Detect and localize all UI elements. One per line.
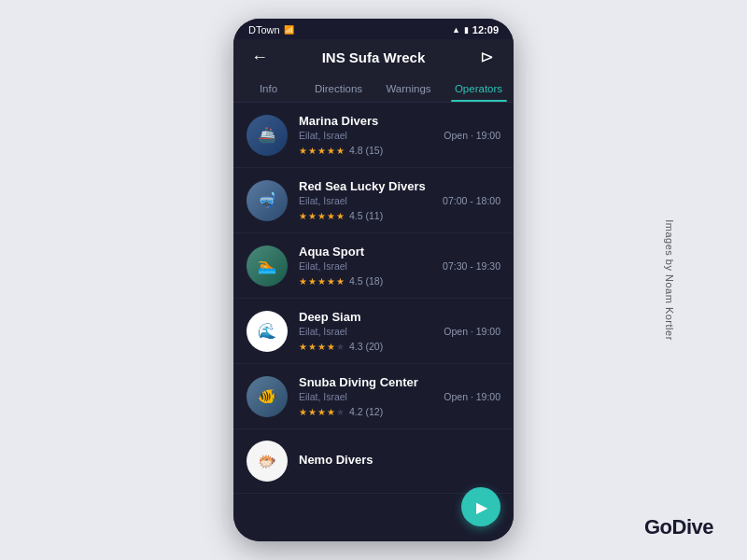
side-attribution: Images by Noam Kortler [664, 219, 675, 341]
operator-avatar: 🤿 [247, 180, 288, 221]
star-filled: ★ [308, 407, 317, 417]
operator-rating: ★★★★★ 4.5 (11) [299, 210, 431, 221]
operator-name: Aqua Sport [299, 245, 431, 259]
operator-avatar: 🐠 [247, 376, 288, 417]
operator-hours: 07:00 - 18:00 [443, 195, 500, 206]
operator-rating: ★★★★★ 4.3 (20) [299, 341, 432, 352]
star-filled: ★ [317, 211, 326, 221]
star-filled: ★ [327, 146, 335, 156]
star-empty: ★ [336, 342, 345, 352]
stars-group: ★★★★★ [299, 407, 345, 417]
operator-location: Eilat, Israel [299, 260, 431, 272]
star-filled: ★ [308, 342, 317, 352]
star-half: ★ [336, 276, 345, 287]
star-filled: ★ [327, 342, 335, 352]
list-item[interactable]: 🐠 Snuba Diving Center Eilat, Israel ★★★★… [233, 364, 514, 429]
star-filled: ★ [317, 276, 326, 287]
star-filled: ★ [308, 276, 317, 287]
operator-location: Eilat, Israel [299, 391, 432, 402]
rating-value: 4.5 (18) [349, 275, 383, 287]
rating-value: 4.8 (15) [349, 145, 383, 156]
battery-icon: ▮ [464, 25, 469, 35]
star-filled: ★ [299, 276, 307, 287]
list-item[interactable]: 🌊 Deep Siam Eilat, Israel ★★★★★ 4.3 (20)… [233, 299, 514, 364]
operator-info: Deep Siam Eilat, Israel ★★★★★ 4.3 (20) [299, 310, 432, 352]
list-item[interactable]: 🚢 Marina Divers Eilat, Israel ★★★★★ 4.8 … [233, 103, 514, 168]
operator-name: Deep Siam [299, 310, 432, 324]
time-display: 12:09 [472, 24, 499, 35]
tab-directions[interactable]: Directions [303, 75, 374, 102]
tab-warnings-label: Warnings [386, 83, 430, 94]
tab-bar: Info Directions Warnings Operators [233, 75, 514, 103]
operator-location: Eilat, Israel [299, 326, 432, 337]
godive-logo: GoDive [644, 515, 713, 539]
star-half: ★ [336, 146, 345, 156]
list-item[interactable]: 🐡 Nemo Divers [233, 429, 514, 494]
phone-frame: DTown 📶 ▲ ▮ 12:09 ← INS Sufa Wreck ⊳ Inf… [233, 19, 514, 541]
tab-operators-label: Operators [455, 83, 502, 94]
operator-avatar: 🚢 [247, 115, 288, 156]
signal-icon: ▲ [452, 25, 460, 35]
play-fab[interactable]: ▶ [461, 487, 500, 526]
star-filled: ★ [299, 407, 307, 417]
operator-name: Marina Divers [299, 114, 432, 128]
share-button[interactable]: ⊳ [474, 47, 500, 67]
operator-rating: ★★★★★ 4.2 (12) [299, 406, 432, 417]
star-filled: ★ [327, 407, 335, 417]
operator-hours: 07:30 - 19:30 [443, 260, 500, 272]
tab-directions-label: Directions [315, 83, 362, 94]
carrier-text: DTown [248, 24, 280, 35]
status-bar: DTown 📶 ▲ ▮ 12:09 [233, 19, 514, 39]
operator-rating: ★★★★★ 4.5 (18) [299, 275, 431, 287]
star-filled: ★ [317, 342, 326, 352]
operator-hours: Open · 19:00 [444, 130, 500, 141]
operator-name: Snuba Diving Center [299, 375, 432, 389]
list-item[interactable]: 🤿 Red Sea Lucky Divers Eilat, Israel ★★★… [233, 168, 514, 233]
back-button[interactable]: ← [247, 48, 273, 67]
star-empty: ★ [336, 407, 345, 417]
star-half: ★ [336, 211, 345, 221]
tab-info-label: Info [260, 83, 277, 94]
operator-name: Red Sea Lucky Divers [299, 179, 431, 193]
tab-warnings[interactable]: Warnings [374, 75, 444, 102]
star-filled: ★ [317, 146, 326, 156]
operator-info: Nemo Divers [299, 453, 500, 470]
star-filled: ★ [308, 211, 317, 221]
operator-hours: Open · 19:00 [444, 326, 500, 337]
stars-group: ★★★★★ [299, 146, 345, 156]
tab-operators[interactable]: Operators [444, 75, 514, 102]
star-filled: ★ [299, 146, 307, 156]
status-right: ▲ ▮ 12:09 [452, 24, 499, 35]
operator-rating: ★★★★★ 4.8 (15) [299, 145, 432, 156]
page-title: INS Sufa Wreck [322, 49, 426, 65]
rating-value: 4.3 (20) [349, 341, 383, 352]
stars-group: ★★★★★ [299, 276, 345, 287]
top-bar: ← INS Sufa Wreck ⊳ [233, 39, 514, 75]
operator-location: Eilat, Israel [299, 130, 432, 141]
star-filled: ★ [308, 146, 317, 156]
operator-name: Nemo Divers [299, 453, 500, 467]
star-filled: ★ [299, 342, 307, 352]
operator-avatar: 🐡 [247, 441, 288, 482]
operator-location: Eilat, Israel [299, 195, 431, 206]
stars-group: ★★★★★ [299, 211, 345, 221]
operator-avatar: 🌊 [247, 311, 288, 352]
star-filled: ★ [299, 211, 307, 221]
status-carrier: DTown 📶 [248, 24, 294, 35]
operator-avatar: 🏊 [247, 245, 288, 287]
star-filled: ★ [327, 211, 335, 221]
play-icon: ▶ [476, 498, 487, 516]
tab-info[interactable]: Info [233, 75, 303, 102]
operator-info: Red Sea Lucky Divers Eilat, Israel ★★★★★… [299, 179, 431, 221]
star-filled: ★ [317, 407, 326, 417]
operator-info: Marina Divers Eilat, Israel ★★★★★ 4.8 (1… [299, 114, 432, 156]
list-item[interactable]: 🏊 Aqua Sport Eilat, Israel ★★★★★ 4.5 (18… [233, 233, 514, 299]
operator-hours: Open · 19:00 [444, 391, 500, 402]
stars-group: ★★★★★ [299, 342, 345, 352]
star-filled: ★ [327, 276, 335, 287]
operators-list: 🚢 Marina Divers Eilat, Israel ★★★★★ 4.8 … [233, 103, 514, 541]
operator-info: Aqua Sport Eilat, Israel ★★★★★ 4.5 (18) [299, 245, 431, 287]
rating-value: 4.5 (11) [349, 210, 383, 221]
wifi-icon: 📶 [284, 25, 294, 35]
rating-value: 4.2 (12) [349, 406, 383, 417]
